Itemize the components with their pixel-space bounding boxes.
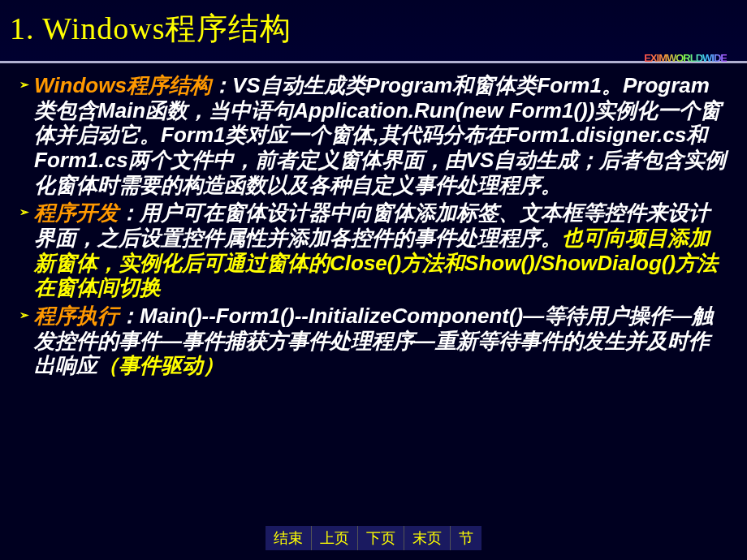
nav-bar: 结束 上页 下页 末页 节 (0, 526, 747, 550)
header-decoration: EXIMWORLDWIDE (644, 52, 727, 64)
slide: 1. Windows程序结构 EXIMWORLDWIDE Windows程序结构… (0, 0, 747, 560)
bullet-3-heading: 程序执行 (34, 304, 119, 328)
content-area: Windows程序结构：VS自动生成类Program和窗体类Form1。Prog… (0, 63, 747, 378)
nav-section-button[interactable]: 节 (451, 526, 481, 550)
bullet-3-highlight: （事件驱动） (97, 353, 224, 377)
nav-next-button[interactable]: 下页 (358, 526, 404, 550)
nav-last-button[interactable]: 末页 (404, 526, 451, 550)
nav-prev-button[interactable]: 上页 (312, 526, 358, 550)
title-area: 1. Windows程序结构 (0, 0, 747, 63)
bullet-1-heading: Windows程序结构 (34, 73, 211, 97)
bullet-2: 程序开发：用户可在窗体设计器中向窗体添加标签、文本框等控件来设计界面，之后设置控… (19, 200, 728, 300)
nav-inner: 结束 上页 下页 末页 节 (266, 526, 481, 550)
nav-end-button[interactable]: 结束 (266, 526, 312, 550)
bullet-2-heading: 程序开发 (34, 200, 119, 225)
bullet-3: 程序执行：Main()--Form1()--InitializeComponen… (19, 304, 728, 378)
bullet-1: Windows程序结构：VS自动生成类Program和窗体类Form1。Prog… (19, 73, 728, 197)
slide-title: 1. Windows程序结构 (10, 8, 737, 50)
